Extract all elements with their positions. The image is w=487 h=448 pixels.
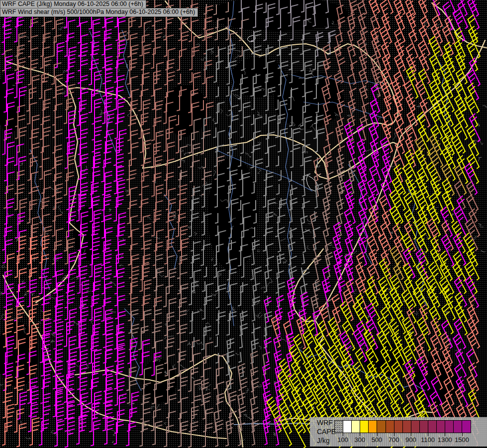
legend-label-wrf: WRF (317, 418, 336, 427)
legend-cell-8 (394, 421, 403, 433)
legend-cell-4 (360, 421, 369, 433)
legend-label-cape: CAPE (317, 427, 336, 436)
legend-cell-12 (428, 421, 437, 433)
legend-cell-14 (445, 421, 454, 433)
legend-cell-7 (386, 421, 394, 433)
legend-cell-9 (403, 421, 411, 433)
map-canvas (0, 0, 487, 448)
legend-tick (411, 433, 411, 436)
legend-tick (377, 433, 378, 436)
legend-cell-13 (437, 421, 445, 433)
legend-cell-5 (369, 421, 377, 433)
legend-cell-15 (454, 421, 462, 433)
legend-cell-3 (352, 421, 360, 433)
legend-tick (394, 433, 394, 436)
legend-cell-6 (377, 421, 386, 433)
legend-cell-10 (411, 421, 420, 433)
legend-cell-1 (335, 421, 343, 433)
legend-tick (343, 433, 343, 436)
legend-cell-11 (420, 421, 428, 433)
cape-legend: WRF CAPE J/kg 10030050070090011001300150… (310, 417, 487, 447)
legend-tick (445, 433, 445, 436)
legend-colorbar (334, 420, 471, 433)
legend-tick-label: 1500 (452, 436, 472, 444)
legend-cell-16 (462, 421, 470, 433)
weather-map: WRF CAPE (J/kg) Monday 06-10-2025 06:00 … (0, 0, 487, 448)
legend-tick (462, 433, 463, 436)
title-wind-shear: WRF Wind shear (m/s) 500/1000hPa Monday … (0, 8, 198, 17)
legend-tick (428, 433, 428, 436)
legend-tick (360, 433, 360, 436)
legend-cell-2 (343, 421, 352, 433)
